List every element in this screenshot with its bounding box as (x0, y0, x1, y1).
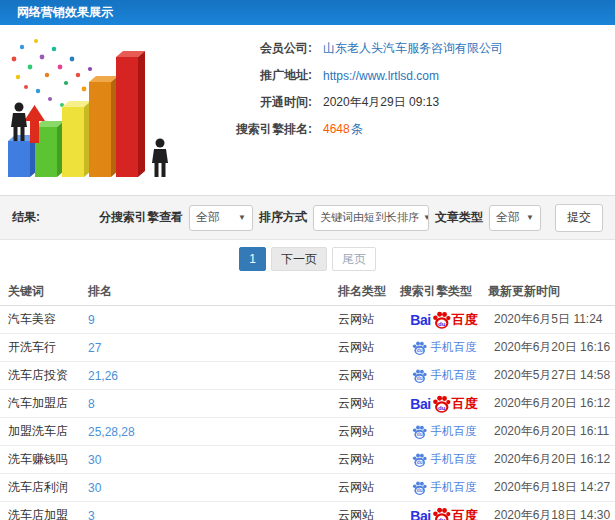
promotion-url-row: 推广地址: https://www.lrtlsd.com (182, 62, 615, 89)
column-header: 排名类型 (338, 283, 400, 300)
businessman-figure-right (152, 139, 168, 178)
results-table-body: 汽车美容 9 云网站 Bai du 百度 2020年6月5日 11:24开洗车行… (0, 306, 615, 520)
bar-green (35, 121, 64, 177)
rank-link[interactable]: 30 (88, 481, 101, 495)
svg-text:du: du (416, 376, 422, 381)
engine-filter-value: 全部 (196, 209, 220, 226)
engine-cell: Bai du 百度 (400, 310, 488, 330)
table-row: 洗车店投资 21,26 云网站 du 手机百度 2020年5月27日 14:58 (0, 362, 615, 390)
table-row: 汽车加盟店 8 云网站 Bai du 百度 2020年6月20日 16:12 (0, 390, 615, 418)
svg-text:du: du (416, 488, 422, 493)
engine-cell: Bai du 百度 (400, 394, 488, 414)
results-table: 关键词排名排名类型搜索引擎类型最新更新时间 汽车美容 9 云网站 Bai du … (0, 278, 615, 520)
page-button-current[interactable]: 1 (239, 247, 266, 271)
engine-rank-label: 搜索引擎排名: (182, 121, 312, 138)
engine-cell: du 手机百度 (400, 452, 488, 468)
svg-text:du: du (416, 348, 422, 353)
baidu-paw-icon: du (432, 310, 451, 330)
rank-type-cell: 云网站 (338, 479, 400, 496)
rank-type-cell: 云网站 (338, 507, 400, 520)
column-header: 排名 (88, 283, 338, 300)
rank-cell: 3 (88, 509, 338, 520)
column-header: 关键词 (0, 283, 88, 300)
rank-link[interactable]: 25,28,28 (88, 425, 135, 439)
updated-cell: 2020年6月20日 16:12 (488, 395, 615, 412)
rank-link[interactable]: 3 (88, 509, 95, 520)
mobile-baidu-logo: du 手机百度 (412, 480, 477, 496)
updated-cell: 2020年6月18日 14:30 (488, 507, 615, 520)
baidu-paw-icon: du (432, 394, 451, 414)
baidu-paw-icon: du (412, 424, 427, 440)
company-label: 会员公司: (182, 40, 312, 57)
rank-link[interactable]: 9 (88, 313, 95, 327)
rank-link[interactable]: 21,26 (88, 369, 118, 383)
keyword-cell: 洗车店利润 (0, 479, 88, 496)
engine-cell: Bai du 百度 (400, 506, 488, 520)
keyword-cell: 开洗车行 (0, 339, 88, 356)
baidu-paw-icon: du (412, 368, 427, 384)
filter-controls: 分搜索引擎查看 全部 ▼ 排序方式 关键词由短到长排序 ▼ 文章类型 全部 ▼ … (99, 204, 603, 232)
table-row: 洗车店利润 30 云网站 du 手机百度 2020年6月18日 14:27 (0, 474, 615, 502)
chevron-down-icon: ▼ (419, 213, 429, 222)
rank-cell: 30 (88, 481, 338, 495)
engine-cell: du 手机百度 (400, 480, 488, 496)
updated-cell: 2020年5月27日 14:58 (488, 367, 615, 384)
rank-link[interactable]: 8 (88, 397, 95, 411)
updated-cell: 2020年6月20日 16:12 (488, 451, 615, 468)
baidu-paw-icon: du (412, 452, 427, 468)
rank-cell: 8 (88, 397, 338, 411)
last-page-button[interactable]: 尾页 (332, 247, 376, 271)
rank-type-cell: 云网站 (338, 311, 400, 328)
svg-text:du: du (438, 515, 446, 520)
rank-type-cell: 云网站 (338, 423, 400, 440)
promotion-url-label: 推广地址: (182, 67, 312, 84)
updated-cell: 2020年6月20日 16:11 (488, 423, 615, 440)
open-time-label: 开通时间: (182, 94, 312, 111)
rank-link[interactable]: 30 (88, 453, 101, 467)
account-info-section: 会员公司: 山东老人头汽车服务咨询有限公司 推广地址: https://www.… (0, 25, 615, 195)
svg-text:du: du (438, 319, 446, 326)
baidu-paw-icon: du (412, 480, 427, 496)
chevron-down-icon: ▼ (234, 213, 246, 222)
rank-type-cell: 云网站 (338, 451, 400, 468)
mobile-baidu-logo: du 手机百度 (412, 424, 477, 440)
engine-filter-label: 分搜索引擎查看 (99, 209, 183, 226)
keyword-cell: 洗车店加盟 (0, 507, 88, 520)
engine-filter-select[interactable]: 全部 ▼ (189, 205, 253, 231)
rank-cell: 9 (88, 313, 338, 327)
updated-cell: 2020年6月20日 16:16 (488, 339, 615, 356)
rank-type-cell: 云网站 (338, 339, 400, 356)
baidu-logo: Bai du 百度 (410, 394, 477, 414)
baidu-paw-icon: du (432, 506, 451, 520)
sort-value: 关键词由短到长排序 (320, 210, 419, 225)
column-header: 搜索引擎类型 (400, 283, 488, 300)
table-row: 洗车店加盟 3 云网站 Bai du 百度 2020年6月18日 14:30 (0, 502, 615, 520)
column-header: 最新更新时间 (488, 283, 615, 300)
sort-select[interactable]: 关键词由短到长排序 ▼ (313, 205, 429, 231)
rank-link[interactable]: 27 (88, 341, 101, 355)
result-label: 结果: (12, 209, 40, 226)
chevron-down-icon: ▼ (522, 213, 534, 222)
article-type-select[interactable]: 全部 ▼ (489, 205, 541, 231)
mobile-baidu-logo: du 手机百度 (412, 452, 477, 468)
engine-rank-row: 搜索引擎排名: 4648条 (182, 116, 615, 143)
bar-yellow (62, 101, 91, 177)
svg-text:du: du (416, 460, 422, 465)
company-row: 会员公司: 山东老人头汽车服务咨询有限公司 (182, 35, 615, 62)
svg-text:du: du (438, 403, 446, 410)
mobile-baidu-logo: du 手机百度 (412, 340, 477, 356)
mobile-baidu-logo: du 手机百度 (412, 368, 477, 384)
keyword-cell: 加盟洗车店 (0, 423, 88, 440)
page-header: 网络营销效果展示 (0, 0, 615, 25)
company-link[interactable]: 山东老人头汽车服务咨询有限公司 (323, 40, 503, 57)
open-time-row: 开通时间: 2020年4月29日 09:13 (182, 89, 615, 116)
promotion-url-link[interactable]: https://www.lrtlsd.com (323, 69, 439, 83)
rank-cell: 30 (88, 453, 338, 467)
table-row: 汽车美容 9 云网站 Bai du 百度 2020年6月5日 11:24 (0, 306, 615, 334)
keyword-cell: 汽车加盟店 (0, 395, 88, 412)
growth-chart-illustration (0, 29, 182, 191)
next-page-button[interactable]: 下一页 (271, 247, 327, 271)
submit-button[interactable]: 提交 (555, 204, 603, 232)
engine-cell: du 手机百度 (400, 424, 488, 440)
open-time-value: 2020年4月29日 09:13 (323, 94, 439, 111)
